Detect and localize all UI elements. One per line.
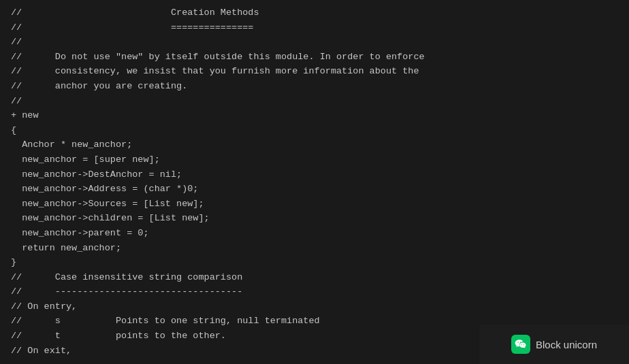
code-line: // Case insensitive string comparison — [0, 270, 629, 285]
code-line: // Do not use "new" by itself outside th… — [0, 50, 629, 65]
code-line: + new — [0, 108, 629, 123]
code-line: { — [0, 123, 629, 138]
code-line: // — [0, 94, 629, 109]
code-line: // anchor you are creating. — [0, 79, 629, 94]
wechat-icon — [511, 335, 530, 354]
code-line: new_anchor = [super new]; — [0, 152, 629, 167]
code-line: // =============== — [0, 20, 629, 35]
code-line: new_anchor->Address = (char *)0; — [0, 182, 629, 197]
watermark-label: Block unicorn — [536, 339, 597, 350]
wechat-svg — [514, 337, 528, 351]
code-line: new_anchor->Sources = [List new]; — [0, 197, 629, 212]
code-line: Anchor * new_anchor; — [0, 137, 629, 152]
code-line: new_anchor->DestAnchor = nil; — [0, 167, 629, 182]
watermark: Block unicorn — [479, 325, 629, 364]
code-line: // Creation Methods — [0, 5, 629, 20]
code-line: // ---------------------------------- — [0, 284, 629, 299]
code-line: return new_anchor; — [0, 241, 629, 256]
code-line: } — [0, 255, 629, 270]
code-line: new_anchor->children = [List new]; — [0, 211, 629, 226]
code-line: // — [0, 35, 629, 50]
code-container: // Creation Methods// ===============///… — [0, 0, 629, 364]
code-line: // On entry, — [0, 299, 629, 314]
code-line: // consistency, we insist that you furni… — [0, 64, 629, 79]
code-line: new_anchor->parent = 0; — [0, 226, 629, 241]
